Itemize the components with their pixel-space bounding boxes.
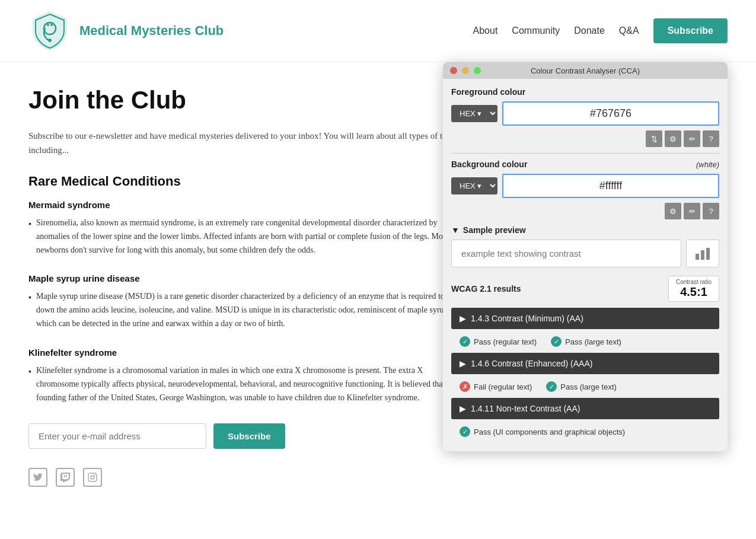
social-icons [28, 468, 467, 487]
pass-icon: ✓ [460, 336, 470, 347]
svg-rect-4 [66, 475, 67, 477]
svg-point-1 [48, 39, 52, 42]
subscribe-button[interactable]: Subscribe [213, 423, 285, 449]
site-title: Medical Mysteries Club [79, 23, 224, 39]
nav-donate[interactable]: Donate [574, 25, 605, 36]
main-nav: About Community Donate Q&A Subscribe [473, 18, 728, 43]
condition-title-0: Mermaid syndrome [28, 200, 467, 210]
instagram-icon[interactable] [83, 468, 102, 487]
swap-icon[interactable]: ⇅ [646, 130, 662, 147]
twitter-icon[interactable] [28, 468, 47, 487]
accordion-header-1[interactable]: ▶ 1.4.6 Contrast (Enhanced) (AAA) [451, 353, 719, 374]
contrast-ratio-box: Contrast ratio 4.5:1 [668, 276, 719, 302]
pass-icon: ✓ [546, 381, 557, 392]
svg-point-8 [94, 474, 95, 476]
accordion-label-1: 1.4.6 Contrast (Enhanced) (AAA) [471, 359, 592, 368]
wcag-label: WCAG 2.1 results [451, 284, 521, 294]
intro-paragraph: Subscribe to our e-newsletter and have m… [28, 129, 467, 157]
result-text-0-0: Pass (regular text) [474, 337, 537, 346]
nav-qa[interactable]: Q&A [619, 25, 639, 36]
pass-icon: ✓ [460, 426, 470, 437]
condition-msud: Maple syrup urine disease Maple syrup ur… [28, 273, 467, 330]
background-icon-row: ⚙ ✏ ? [451, 203, 719, 219]
cca-titlebar: Colour Contrast Analyser (CCA) [443, 62, 728, 79]
svg-point-3 [50, 24, 53, 26]
background-label-row: Background colour (white) [451, 160, 719, 174]
background-hex-input[interactable] [502, 174, 719, 198]
foreground-label: Foreground colour [451, 87, 719, 97]
result-1-1: ✓ Pass (large text) [546, 381, 617, 392]
fail-icon: ✗ [460, 381, 470, 392]
foreground-icon-row: ⇅ ⚙ ✏ ? [451, 130, 719, 147]
cca-panel: Colour Contrast Analyser (CCA) Foregroun… [443, 62, 728, 451]
help-fg-icon[interactable]: ? [703, 130, 719, 147]
condition-title-2: Klinefelter syndrome [28, 347, 467, 358]
sample-preview-header: ▼ Sample preview [451, 225, 719, 235]
sample-preview: example text showing contrast [451, 240, 719, 267]
pass-icon: ✓ [551, 336, 562, 347]
svg-rect-5 [64, 475, 65, 477]
cca-body: Foreground colour HEX ▾ ⇅ ⚙ ✏ ? Backgrou… [443, 79, 728, 451]
condition-klinefelter: Klinefelter syndrome Klinefelter syndrom… [28, 347, 467, 404]
accordion-header-0[interactable]: ▶ 1.4.3 Contrast (Minimum) (AA) [451, 308, 719, 329]
accordion-label-0: 1.4.3 Contrast (Minimum) (AA) [471, 314, 583, 323]
background-label: Background colour [451, 160, 527, 169]
result-text-1-0: Fail (regular text) [474, 382, 532, 391]
eyedropper-fg-icon[interactable]: ✏ [684, 130, 700, 147]
twitch-icon[interactable] [56, 468, 75, 487]
email-input[interactable] [28, 423, 206, 449]
result-0-1: ✓ Pass (large text) [551, 336, 621, 347]
background-row: HEX ▾ [451, 174, 719, 198]
help-bg-icon[interactable]: ? [703, 203, 719, 219]
window-minimize-dot[interactable] [462, 67, 469, 74]
sample-text: example text showing contrast [451, 240, 681, 267]
foreground-hex-input[interactable] [502, 101, 719, 126]
result-text-2-0: Pass (UI components and graphical object… [474, 428, 625, 436]
accordion-item-2: ▶ 1.4.11 Non-text Contrast (AA) ✓ Pass (… [451, 398, 719, 443]
accordion-header-2[interactable]: ▶ 1.4.11 Non-text Contrast (AA) [451, 398, 719, 419]
svg-rect-6 [88, 473, 97, 481]
window-maximize-dot[interactable] [474, 67, 481, 74]
svg-point-7 [91, 476, 94, 479]
nav-about[interactable]: About [473, 25, 498, 36]
svg-rect-11 [706, 248, 710, 260]
cca-title: Colour Contrast Analyser (CCA) [531, 66, 640, 75]
accordion-results-0: ✓ Pass (regular text) ✓ Pass (large text… [451, 333, 719, 353]
condition-description-2: Klinefelter syndrome is a chromosomal va… [28, 363, 467, 404]
result-0-0: ✓ Pass (regular text) [460, 336, 537, 347]
accordion-results-2: ✓ Pass (UI components and graphical obje… [451, 423, 719, 443]
logo-icon [28, 9, 71, 52]
svg-rect-9 [696, 254, 699, 260]
bg-sliders-icon[interactable]: ⚙ [665, 203, 681, 219]
window-close-dot[interactable] [450, 67, 457, 74]
foreground-format-select[interactable]: HEX ▾ [451, 105, 497, 122]
condition-title-1: Maple syrup urine disease [28, 273, 467, 283]
section-heading: Rare Medical Conditions [28, 174, 467, 189]
article-content: Join the Club Subscribe to our e-newslet… [28, 86, 467, 487]
eyedropper-bg-icon[interactable]: ✏ [684, 203, 700, 219]
result-text-0-1: Pass (large text) [565, 337, 621, 346]
contrast-ratio-label: Contrast ratio [676, 279, 712, 285]
result-text-1-1: Pass (large text) [560, 382, 617, 391]
accordion-item-0: ▶ 1.4.3 Contrast (Minimum) (AA) ✓ Pass (… [451, 308, 719, 353]
sample-preview-label: Sample preview [463, 225, 526, 235]
background-white-label: (white) [696, 160, 719, 169]
svg-point-2 [47, 24, 49, 26]
chart-view-button[interactable] [686, 240, 719, 267]
sliders-icon[interactable]: ⚙ [665, 130, 681, 147]
header: Medical Mysteries Club About Community D… [0, 0, 756, 62]
background-format-select[interactable]: HEX ▾ [451, 177, 497, 194]
condition-description-1: Maple syrup urine disease (MSUD) is a ra… [28, 289, 467, 330]
result-1-0: ✗ Fail (regular text) [460, 381, 532, 392]
accordion-item-1: ▶ 1.4.6 Contrast (Enhanced) (AAA) ✗ Fail… [451, 353, 719, 398]
logo-area: Medical Mysteries Club [28, 9, 224, 52]
nav-community[interactable]: Community [512, 25, 560, 36]
accordion-results-1: ✗ Fail (regular text) ✓ Pass (large text… [451, 378, 719, 398]
foreground-row: HEX ▾ [451, 101, 719, 126]
result-2-0: ✓ Pass (UI components and graphical obje… [460, 426, 625, 437]
email-section: Subscribe [28, 423, 467, 449]
nav-subscribe-button[interactable]: Subscribe [653, 18, 728, 43]
svg-rect-10 [701, 250, 704, 260]
condition-description-0: Sirenomelia, also known as mermaid syndr… [28, 216, 467, 257]
wcag-row: WCAG 2.1 results Contrast ratio 4.5:1 [451, 276, 719, 302]
